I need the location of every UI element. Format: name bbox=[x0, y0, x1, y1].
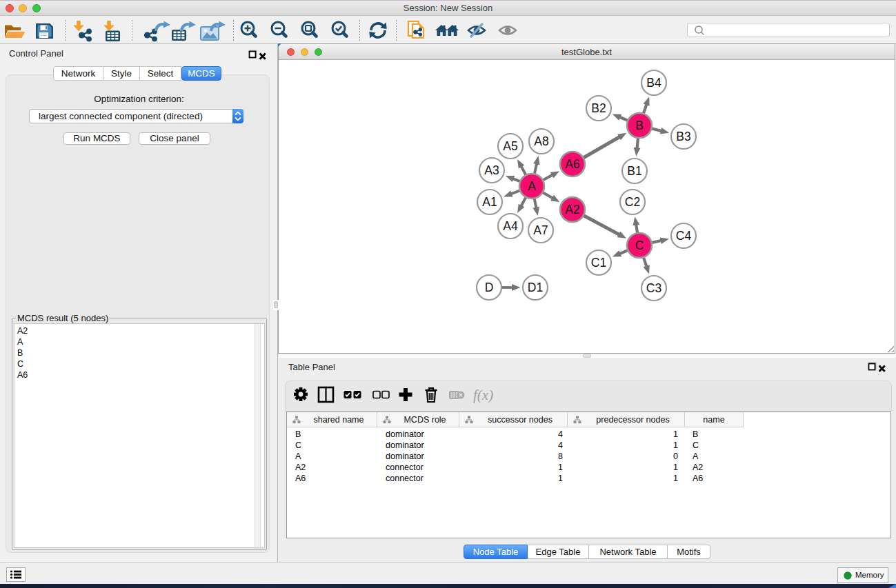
svg-text:C: C bbox=[635, 239, 644, 252]
svg-text:A5: A5 bbox=[503, 139, 517, 153]
svg-text:C2: C2 bbox=[625, 195, 640, 209]
svg-text:A1: A1 bbox=[482, 195, 497, 209]
svg-text:C3: C3 bbox=[646, 281, 661, 295]
svg-text:B1: B1 bbox=[627, 164, 641, 178]
svg-text:B4: B4 bbox=[646, 76, 661, 90]
svg-text:B: B bbox=[635, 119, 644, 132]
svg-text:B3: B3 bbox=[676, 130, 690, 143]
svg-text:f(x): f(x) bbox=[473, 387, 493, 403]
svg-text:A7: A7 bbox=[533, 223, 548, 237]
svg-text:A8: A8 bbox=[534, 134, 548, 148]
svg-text:A2: A2 bbox=[565, 203, 579, 216]
svg-text:A6: A6 bbox=[565, 157, 579, 171]
svg-text:A: A bbox=[528, 179, 536, 193]
svg-text:D1: D1 bbox=[528, 281, 543, 294]
svg-text:A3: A3 bbox=[484, 163, 499, 177]
svg-text:B2: B2 bbox=[591, 101, 606, 115]
svg-text:D: D bbox=[485, 281, 494, 294]
svg-text:C4: C4 bbox=[676, 229, 692, 243]
svg-text:A4: A4 bbox=[503, 219, 518, 233]
svg-text:C1: C1 bbox=[591, 256, 606, 270]
